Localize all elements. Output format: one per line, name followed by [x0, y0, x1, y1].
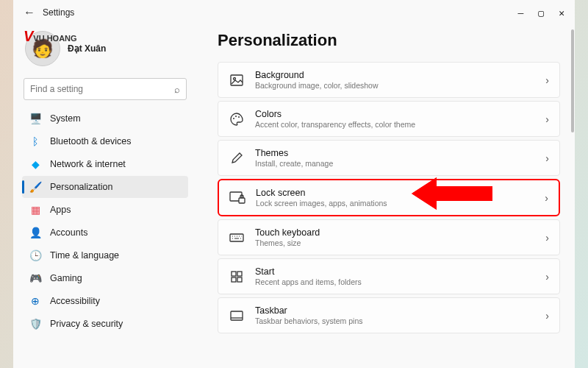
nav-label: Accounts	[50, 227, 87, 238]
card-text: Lock screenLock screen images, apps, ani…	[256, 188, 534, 208]
card-subtitle: Accent color, transparency effects, colo…	[255, 120, 535, 129]
card-subtitle: Taskbar behaviors, system pins	[255, 316, 535, 325]
card-text: Touch keyboardThemes, size	[255, 227, 535, 247]
sidebar-item-gaming[interactable]: 🎮Gaming	[22, 267, 188, 289]
card-list: BackgroundBackground image, color, slide…	[218, 62, 560, 333]
card-title: Themes	[255, 148, 535, 158]
sidebar-item-accounts[interactable]: 👤Accounts	[22, 222, 188, 244]
sidebar-item-bluetooth-devices[interactable]: ᛒBluetooth & devices	[22, 130, 188, 152]
scrollbar[interactable]	[567, 29, 575, 368]
window-body: VVU HOANG 🧑 Đạt Xuân ⌕ 🖥️SystemᛒBluetoot…	[13, 25, 575, 368]
svg-rect-6	[239, 198, 245, 203]
start-icon	[229, 269, 245, 285]
search-input[interactable]	[30, 84, 174, 94]
nav-label: Personalization	[50, 182, 112, 192]
brush-icon	[229, 150, 245, 166]
taskbar-icon	[229, 308, 245, 324]
user-block[interactable]: VVU HOANG 🧑 Đạt Xuân	[22, 28, 188, 74]
chevron-right-icon: ›	[545, 74, 549, 86]
card-subtitle: Themes, size	[255, 238, 535, 247]
settings-window: ← Settings — ▢ ✕ VVU HOANG 🧑 Đạt Xuân ⌕ …	[13, 0, 575, 368]
lockscreen-icon	[229, 190, 245, 206]
nav-icon: 🎮	[29, 272, 41, 284]
sidebar-item-personalization[interactable]: 🖌️Personalization	[22, 176, 188, 198]
card-background[interactable]: BackgroundBackground image, color, slide…	[218, 62, 560, 98]
sidebar-item-system[interactable]: 🖥️System	[22, 107, 188, 130]
nav-icon: ▦	[29, 204, 41, 216]
card-title: Start	[255, 266, 535, 277]
card-text: TaskbarTaskbar behaviors, system pins	[255, 305, 535, 325]
nav-icon: ⊕	[29, 295, 41, 307]
main-panel: Personalization BackgroundBackground ima…	[197, 25, 575, 368]
card-start[interactable]: StartRecent apps and items, folders›	[218, 258, 560, 294]
card-title: Touch keyboard	[255, 227, 535, 238]
page-title: Personalization	[218, 31, 560, 50]
nav-icon: 🕒	[29, 250, 41, 261]
search-box[interactable]: ⌕	[24, 78, 187, 100]
scrollbar-thumb[interactable]	[571, 29, 574, 132]
card-subtitle: Install, create, manage	[255, 159, 535, 168]
user-name: Đạt Xuân	[68, 43, 106, 54]
nav-label: Privacy & security	[50, 319, 123, 329]
nav-label: Time & language	[50, 250, 119, 261]
card-text: BackgroundBackground image, color, slide…	[255, 70, 535, 90]
svg-rect-7	[230, 234, 243, 241]
card-subtitle: Recent apps and items, folders	[255, 277, 535, 286]
minimize-button[interactable]: —	[518, 7, 524, 18]
chevron-right-icon: ›	[545, 271, 549, 283]
keyboard-icon	[229, 230, 245, 246]
card-text: ColorsAccent color, transparency effects…	[255, 109, 535, 129]
card-taskbar[interactable]: TaskbarTaskbar behaviors, system pins›	[218, 297, 560, 333]
nav-label: System	[50, 113, 81, 124]
svg-rect-12	[231, 311, 243, 320]
search-icon: ⌕	[174, 84, 180, 95]
card-title: Lock screen	[256, 188, 534, 198]
chevron-right-icon: ›	[545, 232, 549, 244]
card-text: ThemesInstall, create, manage	[255, 148, 535, 168]
svg-rect-10	[232, 277, 236, 282]
svg-point-2	[233, 118, 234, 119]
maximize-button[interactable]: ▢	[538, 7, 544, 18]
card-title: Taskbar	[255, 305, 535, 316]
chevron-right-icon: ›	[545, 152, 549, 164]
chevron-right-icon: ›	[545, 310, 549, 322]
card-lock-screen[interactable]: Lock screenLock screen images, apps, ani…	[218, 179, 560, 216]
svg-rect-8	[232, 272, 236, 276]
window-title: Settings	[43, 7, 74, 18]
nav-icon: 👤	[29, 227, 41, 238]
chevron-right-icon: ›	[545, 192, 548, 204]
nav-label: Accessibility	[50, 296, 100, 306]
card-title: Colors	[255, 109, 535, 119]
card-touch-keyboard[interactable]: Touch keyboardThemes, size›	[218, 219, 560, 255]
sidebar-item-privacy-security[interactable]: 🛡️Privacy & security	[22, 313, 188, 335]
card-title: Background	[255, 70, 535, 80]
nav-icon: ◆	[29, 158, 41, 170]
sidebar-item-accessibility[interactable]: ⊕Accessibility	[22, 290, 188, 312]
svg-rect-11	[237, 277, 242, 282]
nav-label: Apps	[50, 205, 71, 215]
palette-icon	[229, 111, 245, 127]
nav-list: 🖥️SystemᛒBluetooth & devices◆Network & i…	[22, 107, 188, 335]
card-themes[interactable]: ThemesInstall, create, manage›	[218, 140, 560, 176]
back-button[interactable]: ←	[19, 2, 40, 23]
nav-icon: ᛒ	[29, 135, 41, 147]
card-subtitle: Background image, color, slideshow	[255, 81, 535, 90]
sidebar-item-time-language[interactable]: 🕒Time & language	[22, 244, 188, 266]
sidebar-item-apps[interactable]: ▦Apps	[22, 199, 188, 221]
sidebar-item-network-internet[interactable]: ◆Network & internet	[22, 153, 188, 175]
nav-icon: 🖥️	[29, 113, 41, 124]
sidebar: VVU HOANG 🧑 Đạt Xuân ⌕ 🖥️SystemᛒBluetoot…	[13, 25, 197, 368]
card-subtitle: Lock screen images, apps, animations	[256, 199, 534, 208]
nav-label: Bluetooth & devices	[50, 136, 132, 146]
close-button[interactable]: ✕	[559, 7, 564, 18]
nav-label: Network & internet	[50, 159, 126, 169]
picture-icon	[229, 72, 245, 88]
svg-point-1	[234, 77, 236, 79]
chevron-right-icon: ›	[545, 113, 549, 125]
card-text: StartRecent apps and items, folders	[255, 266, 535, 286]
svg-point-3	[235, 116, 237, 117]
card-colors[interactable]: ColorsAccent color, transparency effects…	[218, 101, 560, 137]
window-controls: — ▢ ✕	[518, 7, 569, 18]
nav-icon: 🖌️	[29, 181, 41, 193]
titlebar: ← Settings — ▢ ✕	[13, 0, 575, 25]
